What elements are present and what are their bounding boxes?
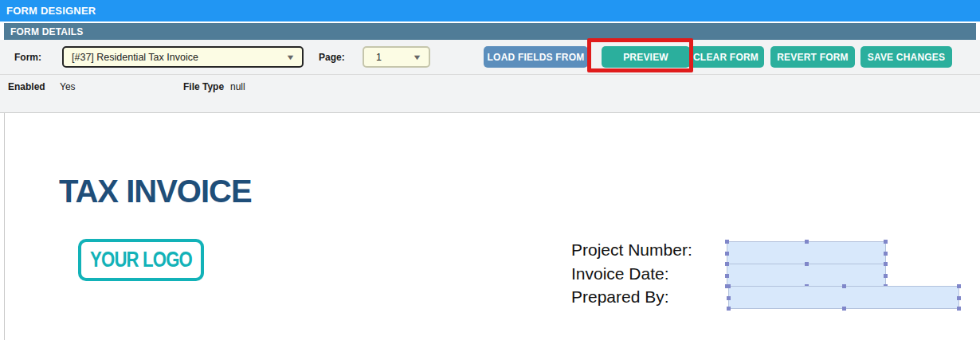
load-fields-from-button[interactable]: LOAD FIELDS FROM	[484, 46, 588, 68]
field-box-project-number[interactable]	[727, 241, 886, 264]
resize-handle[interactable]	[957, 284, 961, 288]
page-select[interactable]: 1 ▼	[363, 46, 430, 68]
resize-handle[interactable]	[884, 274, 888, 278]
app-title: FORM DESIGNER	[6, 5, 96, 17]
resize-handle[interactable]	[957, 307, 961, 311]
field-box-invoice-date[interactable]	[727, 264, 886, 287]
resize-handle[interactable]	[725, 240, 729, 244]
resize-handle[interactable]	[805, 240, 809, 244]
field-labels: Project Number: Invoice Date: Prepared B…	[571, 238, 692, 309]
resize-handle[interactable]	[725, 274, 729, 278]
resize-handle[interactable]	[805, 262, 809, 266]
resize-handle[interactable]	[884, 252, 888, 256]
resize-handle[interactable]	[727, 296, 731, 300]
preview-button[interactable]: PREVIEW	[602, 46, 690, 68]
panel-header: FORM DETAILS	[4, 23, 976, 40]
field-box-prepared-by[interactable]	[728, 286, 959, 309]
enabled-value: Yes	[60, 81, 76, 92]
clear-form-button[interactable]: CLEAR FORM	[688, 46, 764, 68]
resize-handle[interactable]	[725, 252, 729, 256]
app-titlebar: FORM DESIGNER	[0, 0, 980, 21]
resize-handle[interactable]	[842, 284, 846, 288]
resize-handle[interactable]	[957, 296, 961, 300]
resize-handle[interactable]	[884, 240, 888, 244]
prepared-by-label: Prepared By:	[571, 285, 692, 309]
form-select[interactable]: [#37] Residential Tax Invoice ▼	[62, 46, 304, 68]
resize-handle[interactable]	[842, 307, 846, 311]
form-details-strip: Enabled Yes File Type null	[0, 75, 980, 113]
form-canvas[interactable]: TAX INVOICE YOUR LOGO Project Number: In…	[4, 113, 980, 340]
form-label: Form:	[14, 40, 41, 74]
resize-handle[interactable]	[727, 284, 731, 288]
page-label: Page:	[319, 40, 345, 74]
logo-placeholder: YOUR LOGO	[78, 239, 204, 281]
invoice-date-label: Invoice Date:	[571, 262, 692, 286]
form-select-value: [#37] Residential Tax Invoice	[72, 52, 198, 63]
file-type-value: null	[230, 81, 245, 92]
logo-text: YOUR LOGO	[90, 248, 192, 272]
chevron-down-icon: ▼	[285, 53, 295, 61]
revert-form-button[interactable]: REVERT FORM	[770, 46, 855, 68]
save-changes-button[interactable]: SAVE CHANGES	[860, 46, 952, 68]
page-select-value: 1	[376, 52, 382, 63]
file-type-label: File Type	[183, 81, 224, 92]
document-title: TAX INVOICE	[59, 174, 252, 209]
resize-handle[interactable]	[725, 262, 729, 266]
resize-handle[interactable]	[884, 262, 888, 266]
toolbar: Form: [#37] Residential Tax Invoice ▼ Pa…	[0, 40, 980, 75]
project-number-label: Project Number:	[571, 238, 692, 262]
resize-handle[interactable]	[727, 307, 731, 311]
panel-title: FORM DETAILS	[10, 26, 84, 37]
enabled-label: Enabled	[8, 81, 45, 92]
chevron-down-icon: ▼	[412, 53, 421, 61]
